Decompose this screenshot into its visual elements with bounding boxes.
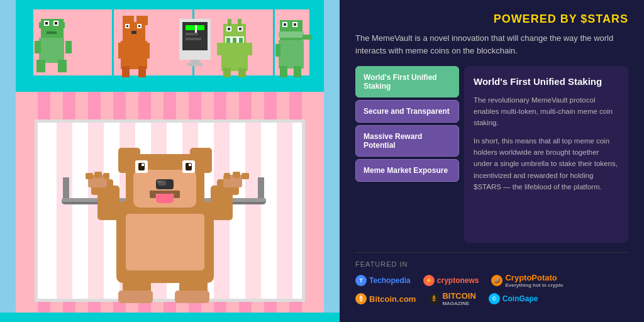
svg-rect-28 [138,25,140,27]
logo-techopedia: T Techopedia [355,275,411,286]
svg-rect-51 [239,28,242,30]
svg-rect-94 [63,177,69,199]
featured-in-section: FEATURED IN T Techopedia ⚡ cryptonews 🥔 … [355,252,628,309]
pixel-art-panel [0,0,340,322]
svg-rect-56 [246,43,252,55]
svg-rect-33 [122,66,130,77]
svg-rect-86 [57,123,72,299]
svg-rect-4 [31,9,33,75]
info-panel: POWERED BY $STARS The MemeVault is a nov… [340,0,644,322]
svg-rect-30 [121,41,147,69]
token-name: $STARS [580,13,628,25]
svg-rect-132 [175,291,209,303]
logos-row-2: ₿ Bitcoin.com ₿ BITCOIN MAGAZINE © CoinG… [355,291,628,306]
bitcoinmag-sub: MAGAZINE [442,301,475,306]
bitcoincom-icon: ₿ [355,293,367,304]
bitcoincom-label: Bitcoin.com [369,294,416,304]
logo-bitcoincom: ₿ Bitcoin.com [355,293,416,304]
tab-massive-reward[interactable]: Massive Reward Potential [355,125,459,157]
svg-rect-67 [275,44,280,57]
svg-rect-50 [228,28,230,30]
svg-rect-11 [61,22,65,28]
svg-rect-58 [238,68,246,77]
bitcoinmag-text: BITCOIN MAGAZINE [442,291,475,306]
svg-rect-133 [0,313,340,322]
svg-rect-66 [303,35,312,40]
svg-rect-32 [143,43,150,58]
cryptonews-icon: ⚡ [423,275,435,286]
svg-rect-99 [126,214,204,270]
svg-rect-63 [284,23,286,26]
svg-rect-24 [136,16,148,25]
svg-rect-109 [224,173,230,179]
svg-rect-19 [58,60,67,72]
svg-rect-111 [242,173,249,179]
svg-rect-69 [294,66,301,77]
svg-rect-93 [277,123,292,299]
svg-rect-14 [45,22,48,25]
feature-paragraph-1: The revolutionary MemeVault protocol ena… [474,94,619,129]
svg-rect-39 [186,38,201,40]
logo-bitcoinmag: ₿ BITCOIN MAGAZINE [428,291,475,306]
svg-rect-64 [294,23,296,26]
svg-rect-110 [233,172,240,178]
svg-rect-53 [238,19,242,26]
techopedia-icon: T [355,275,367,286]
svg-rect-125 [150,191,156,198]
svg-rect-92 [245,123,261,299]
cryptopotato-icon: 🥔 [491,275,502,286]
feature-paragraph-2: In short, this means that all top meme c… [474,135,619,193]
logo-coingape: © CoinGape [489,293,538,304]
logos-row-1: T Techopedia ⚡ cryptonews 🥔 CryptoPotato… [355,273,628,288]
techopedia-label: Techopedia [369,276,411,285]
svg-rect-40 [195,25,197,33]
svg-rect-34 [138,66,146,77]
svg-rect-21 [65,41,72,53]
coingape-label: CoinGape [502,294,538,303]
svg-rect-55 [217,43,223,55]
main-description: The MemeVault is a novel innovation that… [355,32,628,57]
tab-secure-transparent[interactable]: Secure and Transparent [355,100,459,123]
tab-unified-staking[interactable]: World's First Unified Staking [355,66,459,97]
powered-by-header: POWERED BY $STARS [355,13,628,26]
logo-cryptonews: ⚡ cryptonews [423,275,479,286]
cryptopotato-sub: Everything hot in crypto [505,282,563,288]
cryptonews-label: cryptonews [437,276,479,285]
bitcoinmag-name: BITCOIN [442,291,475,301]
svg-rect-8 [309,9,311,75]
svg-rect-16 [47,31,57,34]
svg-rect-31 [118,43,125,58]
svg-rect-7 [273,9,275,75]
svg-rect-38 [186,33,198,35]
svg-rect-103 [86,173,93,179]
svg-rect-23 [123,16,134,25]
svg-rect-54 [221,43,248,71]
featured-in-label: FEATURED IN [355,260,628,268]
svg-rect-20 [35,41,41,53]
svg-rect-70 [16,80,324,92]
svg-rect-3 [31,9,311,75]
svg-rect-52 [228,19,231,26]
coingape-icon: © [489,293,500,304]
svg-rect-104 [94,172,102,178]
bitcoinmag-icon: ₿ [428,293,440,304]
tab-meme-market[interactable]: Meme Market Exposure [355,159,459,182]
svg-rect-45 [226,38,230,43]
feature-content-panel: World's First Unified Staking The revolu… [464,66,628,243]
feature-title: World's First Unified Staking [474,75,619,88]
svg-rect-95 [258,177,264,199]
svg-rect-46 [233,38,236,43]
cryptopotato-name: CryptoPotato [505,273,563,282]
svg-rect-60 [279,31,304,38]
svg-rect-121 [189,164,191,166]
svg-rect-47 [239,38,243,43]
svg-rect-65 [279,40,304,69]
feature-tabs-list: World's First Unified Staking Secure and… [355,66,459,243]
svg-rect-29 [131,31,136,34]
svg-rect-105 [103,173,109,179]
svg-rect-131 [118,291,153,303]
svg-rect-18 [36,60,45,72]
svg-rect-126 [174,191,180,198]
cryptopotato-text: CryptoPotato Everything hot in crypto [505,273,563,288]
svg-rect-10 [39,22,43,28]
